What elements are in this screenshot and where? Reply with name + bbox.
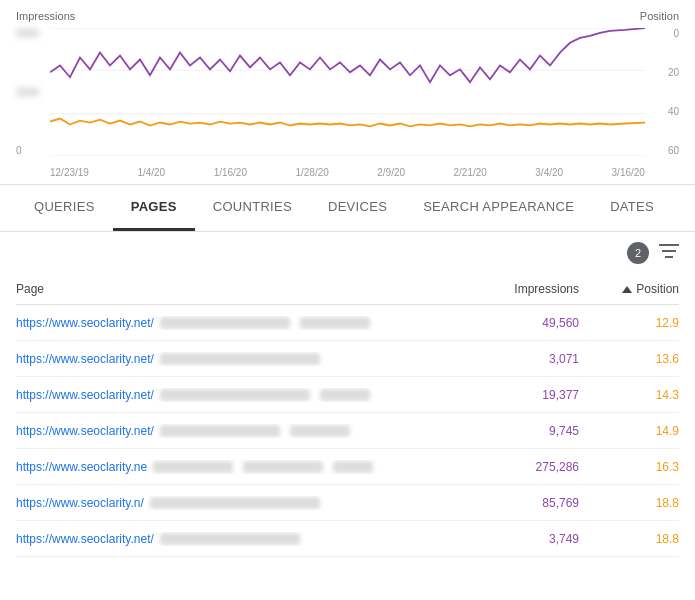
y-tick-right-60: 60 <box>668 145 679 156</box>
y-ticks-left: 500K 250K 0 <box>16 28 39 156</box>
row-7-blur-1 <box>160 533 300 545</box>
x-label-5: 2/9/20 <box>377 167 405 178</box>
row-5-url[interactable]: https://www.seoclarity.ne <box>16 460 147 474</box>
row-4-impressions: 9,745 <box>549 424 579 438</box>
tab-dates[interactable]: DATES <box>592 185 672 231</box>
y-axis-label: Impressions <box>16 10 75 22</box>
row-1-impressions: 49,560 <box>542 316 579 330</box>
row-6-page: https://www.seoclarity.n/ <box>16 496 469 510</box>
row-5-blur-2 <box>243 461 323 473</box>
row-4-impressions-cell: 9,745 <box>469 423 579 438</box>
row-1-impressions-cell: 49,560 <box>469 315 579 330</box>
row-2-impressions-cell: 3,071 <box>469 351 579 366</box>
row-2-blur-1 <box>160 353 320 365</box>
y-tick-right-20: 20 <box>668 67 679 78</box>
row-1-position-cell: 12.9 <box>579 315 679 330</box>
filter-lines-icon <box>659 243 679 259</box>
row-2-url[interactable]: https://www.seoclarity.net/ <box>16 352 154 366</box>
table-row: https://www.seoclarity.ne 275,286 16.3 <box>16 449 679 485</box>
row-7-url[interactable]: https://www.seoclarity.net/ <box>16 532 154 546</box>
row-3-position-cell: 14.3 <box>579 387 679 402</box>
row-2-page: https://www.seoclarity.net/ <box>16 352 469 366</box>
y-tick-right-0: 0 <box>668 28 679 39</box>
row-3-page: https://www.seoclarity.net/ <box>16 388 469 402</box>
row-3-blur-1 <box>160 389 310 401</box>
row-6-blur-1 <box>150 497 320 509</box>
y-ticks-right: 0 20 40 60 <box>668 28 679 156</box>
table-row: https://www.seoclarity.net/ 9,745 14.9 <box>16 413 679 449</box>
header-impressions: Impressions <box>469 282 579 296</box>
tab-devices[interactable]: DEVICES <box>310 185 405 231</box>
row-2-position-cell: 13.6 <box>579 351 679 366</box>
x-label-4: 1/28/20 <box>295 167 328 178</box>
row-4-position: 14.9 <box>656 424 679 438</box>
row-3-blur-2 <box>320 389 370 401</box>
table-row: https://www.seoclarity.net/ 3,749 18.8 <box>16 521 679 557</box>
row-5-impressions: 275,286 <box>536 460 579 474</box>
x-label-7: 3/4/20 <box>535 167 563 178</box>
y-tick-left-0: 0 <box>16 145 39 156</box>
chart-svg <box>50 28 645 156</box>
row-7-position: 18.8 <box>656 532 679 546</box>
x-label-1: 12/23/19 <box>50 167 89 178</box>
y-axis-right-label: Position <box>640 10 679 22</box>
row-4-blur-2 <box>290 425 350 437</box>
y-tick-left-2: 250K <box>16 87 39 98</box>
row-1-position: 12.9 <box>656 316 679 330</box>
row-5-page: https://www.seoclarity.ne <box>16 460 469 474</box>
row-1-url[interactable]: https://www.seoclarity.net/ <box>16 316 154 330</box>
y-tick-right-40: 40 <box>668 106 679 117</box>
row-4-position-cell: 14.9 <box>579 423 679 438</box>
filter-row: 2 <box>0 232 695 274</box>
x-label-8: 3/16/20 <box>612 167 645 178</box>
row-5-position-cell: 16.3 <box>579 459 679 474</box>
filter-badge[interactable]: 2 <box>627 242 649 264</box>
row-7-impressions-cell: 3,749 <box>469 531 579 546</box>
header-position: Position <box>579 282 679 296</box>
row-4-blur-1 <box>160 425 280 437</box>
tab-queries[interactable]: QUERIES <box>16 185 113 231</box>
row-2-impressions: 3,071 <box>549 352 579 366</box>
row-7-position-cell: 18.8 <box>579 531 679 546</box>
tabs-container: QUERIES PAGES COUNTRIES DEVICES SEARCH A… <box>16 185 679 231</box>
row-7-impressions: 3,749 <box>549 532 579 546</box>
table-section: Page Impressions Position https://www.se… <box>0 274 695 557</box>
row-6-impressions-cell: 85,769 <box>469 495 579 510</box>
tab-pages[interactable]: PAGES <box>113 185 195 231</box>
row-3-impressions-cell: 19,377 <box>469 387 579 402</box>
tab-countries[interactable]: COUNTRIES <box>195 185 310 231</box>
row-5-impressions-cell: 275,286 <box>469 459 579 474</box>
row-6-position-cell: 18.8 <box>579 495 679 510</box>
row-3-impressions: 19,377 <box>542 388 579 402</box>
row-1-blur-1 <box>160 317 290 329</box>
row-5-position: 16.3 <box>656 460 679 474</box>
sort-up-icon <box>622 286 632 293</box>
table-row: https://www.seoclarity.net/ 49,560 12.9 <box>16 305 679 341</box>
tabs-section: QUERIES PAGES COUNTRIES DEVICES SEARCH A… <box>0 185 695 232</box>
chart-svg-container <box>50 28 645 156</box>
y-tick-left-1: 500K <box>16 28 39 39</box>
x-axis-labels: 12/23/19 1/4/20 1/16/20 1/28/20 2/9/20 2… <box>50 167 645 178</box>
chart-section: Impressions Position 500K 250K 0 0 20 40… <box>0 0 695 185</box>
x-label-2: 1/4/20 <box>137 167 165 178</box>
x-label-3: 1/16/20 <box>214 167 247 178</box>
row-4-url[interactable]: https://www.seoclarity.net/ <box>16 424 154 438</box>
row-5-blur-3 <box>333 461 373 473</box>
row-4-page: https://www.seoclarity.net/ <box>16 424 469 438</box>
row-7-page: https://www.seoclarity.net/ <box>16 532 469 546</box>
row-1-page: https://www.seoclarity.net/ <box>16 316 469 330</box>
filter-icon[interactable] <box>659 243 679 264</box>
header-page: Page <box>16 282 469 296</box>
x-label-6: 2/21/20 <box>454 167 487 178</box>
table-row: https://www.seoclarity.net/ 19,377 14.3 <box>16 377 679 413</box>
row-5-blur-1 <box>153 461 233 473</box>
table-row: https://www.seoclarity.net/ 3,071 13.6 <box>16 341 679 377</box>
row-6-url[interactable]: https://www.seoclarity.n/ <box>16 496 144 510</box>
table-header: Page Impressions Position <box>16 274 679 305</box>
header-position-label: Position <box>636 282 679 296</box>
tab-search-appearance[interactable]: SEARCH APPEARANCE <box>405 185 592 231</box>
row-3-url[interactable]: https://www.seoclarity.net/ <box>16 388 154 402</box>
row-6-position: 18.8 <box>656 496 679 510</box>
row-1-blur-2 <box>300 317 370 329</box>
row-6-impressions: 85,769 <box>542 496 579 510</box>
